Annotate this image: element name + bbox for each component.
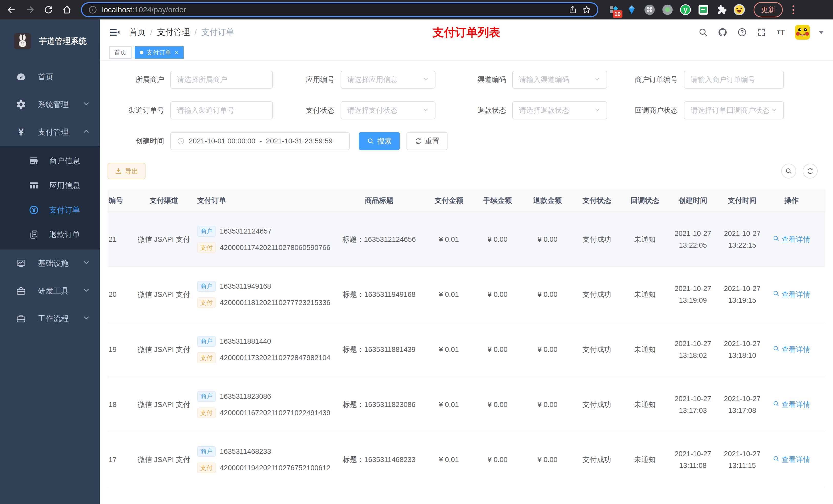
cell-pay_time: 2021-10-2713:11:15 [717, 432, 767, 487]
cell-action: 查看详情 [767, 212, 816, 267]
refresh-table-button[interactable] [803, 164, 818, 178]
sidebar-item-home[interactable]: 首页 [0, 63, 100, 91]
app-logo[interactable]: 芋道管理系统 [0, 20, 100, 63]
pay_time-clock: 13:18:10 [728, 351, 756, 360]
browser-home-button[interactable] [62, 4, 72, 15]
breadcrumb-payment[interactable]: 支付管理 [157, 27, 190, 38]
sidebar-item-app-info[interactable]: 应用信息 [0, 173, 100, 198]
sidebar-item-dev-tools[interactable]: 研发工具 [0, 277, 100, 305]
fullscreen-icon[interactable] [756, 27, 767, 38]
cell-amount: ¥ 0.01 [425, 212, 473, 267]
search-button[interactable]: 搜索 [359, 132, 400, 150]
merchant-order-no: 1635311823086 [220, 392, 271, 401]
pay-order-line: 支付4200001181202110277723215336 [197, 297, 330, 308]
cell-amount: ¥ 0.01 [425, 432, 473, 487]
magnifier-icon [773, 400, 780, 409]
page-content: 所属商户 请选择所属商户 应用编号 请选择应用信息 渠道编码 请输入渠道编码 商… [100, 61, 833, 504]
merchant-order-no: 1635311881440 [220, 337, 271, 345]
extension-command-icon[interactable]: ⌘ [644, 4, 655, 15]
app-filter-label: 应用编号 [273, 75, 341, 85]
pay_time-value: 2021-10-2713:19:15 [724, 285, 761, 305]
sidebar-collapse-icon[interactable] [109, 27, 120, 38]
column-header-refund: 退款金额 [523, 190, 572, 212]
create-time-range-picker[interactable]: 2021-10-01 00:00:00 - 2021-10-31 23:59:5… [170, 132, 350, 150]
merchant-filter-label: 所属商户 [108, 75, 170, 85]
cell-create_time: 2021-10-2713:17:03 [669, 377, 717, 432]
font-size-icon[interactable]: TT [776, 27, 786, 38]
pay-tag: 支付 [197, 352, 216, 363]
tab-pay-order[interactable]: 支付订单 × [135, 46, 184, 58]
pay_time-clock: 13:11:15 [729, 461, 756, 470]
bookmark-star-icon[interactable] [582, 4, 591, 15]
sidebar-item-refund-order[interactable]: 退款订单 [0, 222, 100, 247]
yen-circle-icon [29, 205, 39, 215]
sidebar-item-system[interactable]: 系统管理 [0, 91, 100, 118]
pay_time-value: 2021-10-2713:17:08 [724, 394, 761, 415]
sidebar-item-infra[interactable]: 基础设施 [0, 249, 100, 277]
browser-reload-button[interactable] [43, 4, 54, 15]
cell-id: 17 [108, 432, 133, 487]
channel-code-select[interactable]: 请输入渠道编码 [512, 71, 607, 89]
document-copy-icon [29, 230, 39, 240]
view-detail-link[interactable]: 查看详情 [773, 345, 810, 355]
browser-menu-icon[interactable] [790, 4, 797, 15]
merchant-select[interactable]: 请选择所属商户 [170, 71, 273, 89]
cell-pay_time: 2021-10-2713:22:15 [717, 212, 767, 267]
toggle-search-button[interactable] [781, 164, 796, 178]
sidebar-item-workflow[interactable]: 工作流程 [0, 305, 100, 332]
column-header-create_time: 创建时间 [669, 190, 717, 212]
tab-home[interactable]: 首页 [109, 46, 132, 58]
callback-status-select[interactable]: 请选择订单回调商户状态 [684, 101, 784, 119]
user-avatar[interactable] [795, 25, 810, 40]
merchant-order-no-input[interactable]: 请输入商户订单编号 [684, 71, 784, 89]
merchant-order-line: 商户1635311823086 [197, 391, 330, 402]
github-icon[interactable] [717, 27, 728, 38]
close-tab-icon[interactable]: × [175, 49, 178, 56]
column-header-id: 编号 [108, 190, 133, 212]
sidebar-item-pay-order[interactable]: 支付订单 [0, 198, 100, 222]
cell-pay-status: 支付成功 [572, 432, 621, 487]
avatar-dropdown-icon[interactable] [819, 31, 824, 34]
cell-fee: ¥ 0.00 [473, 212, 523, 267]
address-bar[interactable]: localhost:1024/pay/order [81, 2, 598, 17]
extension-gem-icon[interactable] [626, 4, 637, 15]
sidebar-item-merchant-info[interactable]: 商户信息 [0, 148, 100, 173]
view-detail-link[interactable]: 查看详情 [773, 455, 810, 464]
view-detail-link[interactable]: 查看详情 [773, 400, 810, 409]
refund-status-select[interactable]: 请选择退款状态 [512, 101, 607, 119]
app-select[interactable]: 请选择应用信息 [341, 71, 435, 89]
cell-channel: 微信 JSAPI 支付 [133, 322, 195, 377]
extension-y-icon[interactable]: y [680, 4, 691, 15]
header-search-icon[interactable] [698, 27, 709, 38]
export-button[interactable]: 导出 [108, 163, 145, 179]
extension-chat-icon[interactable] [698, 4, 709, 15]
breadcrumb-home[interactable]: 首页 [129, 27, 145, 38]
extension-tiles-icon[interactable]: 10 [608, 4, 619, 15]
order-numbers: 商户1635311949168支付42000011812021102777232… [197, 281, 330, 308]
extension-dot-icon[interactable] [662, 4, 673, 15]
chevron-down-icon [594, 106, 600, 115]
channel-order-no-input[interactable]: 请输入渠道订单号 [170, 101, 273, 119]
reset-button[interactable]: 重置 [406, 132, 448, 150]
profile-emoji-icon[interactable] [734, 4, 745, 15]
site-info-icon[interactable] [88, 4, 97, 15]
cell-notify-status: 未通知 [621, 322, 669, 377]
sidebar-item-label: 应用信息 [49, 180, 80, 191]
browser-back-button[interactable] [6, 4, 17, 15]
share-icon[interactable] [568, 4, 577, 15]
table-header-row: 编号支付渠道支付订单商品标题支付金额手续金额退款金额支付状态回调状态创建时间支付… [108, 190, 825, 212]
chevron-down-icon [771, 106, 777, 115]
browser-forward-button[interactable] [25, 4, 35, 15]
help-icon[interactable] [737, 27, 747, 38]
pay-status-select[interactable]: 请选择支付状态 [341, 101, 435, 119]
view-detail-link[interactable]: 查看详情 [773, 235, 810, 244]
app-title: 芋道管理系统 [39, 36, 87, 47]
pay_time-value: 2021-10-2713:22:15 [724, 230, 761, 249]
sidebar-item-payment[interactable]: ¥ 支付管理 [0, 118, 100, 146]
sidebar-item-label: 支付管理 [38, 127, 69, 138]
view-detail-link[interactable]: 查看详情 [773, 290, 810, 299]
cell-pay_time: 2021-10-2713:17:08 [717, 377, 767, 432]
cell-order: 商户1635311881440支付42000011732021102728479… [195, 322, 333, 377]
chrome-update-button[interactable]: 更新 [754, 2, 783, 18]
extensions-puzzle-icon[interactable] [716, 4, 727, 15]
